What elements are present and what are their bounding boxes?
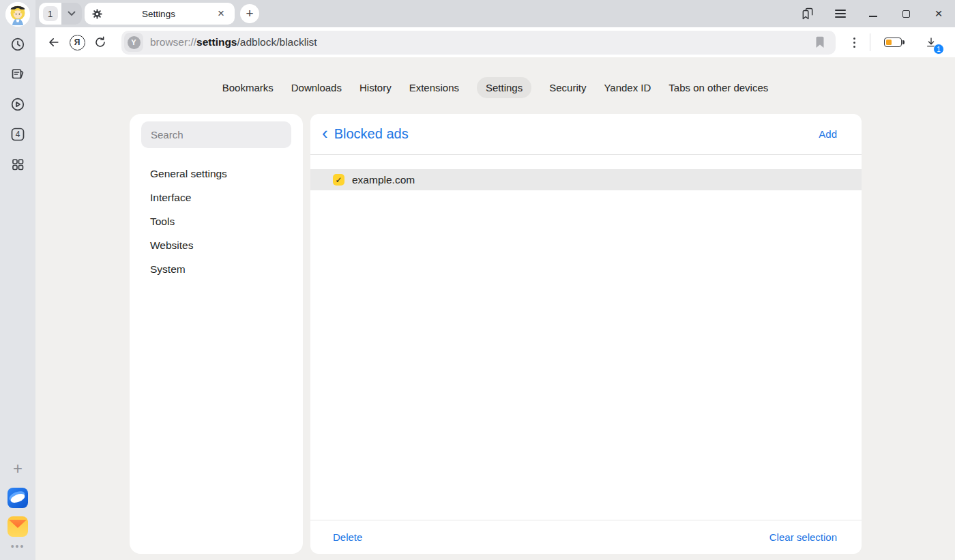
- tab-group-count-badge: 1: [43, 6, 58, 21]
- toolbar-more-icon[interactable]: [842, 31, 866, 54]
- window-controls: ×: [791, 0, 955, 27]
- list-top-gap: [310, 155, 862, 169]
- tab-group-chevron[interactable]: [61, 3, 82, 25]
- sidebar-item-system[interactable]: System: [130, 257, 303, 281]
- sidebar-item-interface[interactable]: Interface: [130, 186, 303, 209]
- back-chevron-icon[interactable]: ‹: [322, 126, 328, 142]
- reload-button[interactable]: [89, 31, 112, 54]
- disk-app-icon[interactable]: [8, 488, 28, 508]
- toolbar-divider: [870, 33, 870, 51]
- settings-nav-tabs: Bookmarks Downloads History Extensions S…: [35, 57, 955, 98]
- url-path: /adblock/blacklist: [237, 36, 317, 48]
- settings-section-list: General settings Interface Tools Website…: [130, 162, 303, 281]
- nav-tab-settings[interactable]: Settings: [477, 77, 531, 98]
- delete-button[interactable]: Delete: [333, 531, 362, 543]
- play-circle-icon[interactable]: [3, 89, 33, 119]
- battery-icon[interactable]: [884, 38, 902, 47]
- browser-side-rail: 4 + •••: [0, 0, 35, 560]
- avatar[interactable]: [5, 2, 30, 27]
- mail-app-icon[interactable]: [8, 516, 28, 537]
- back-button[interactable]: [42, 31, 65, 54]
- browser-toolbar: Я Y browser://settings/adblock/blacklist…: [35, 27, 955, 57]
- reload-icon: [93, 35, 107, 49]
- url-scheme: browser://: [150, 36, 196, 48]
- tab-title: Settings: [103, 9, 214, 19]
- yandex-home-button[interactable]: Я: [65, 31, 89, 54]
- nav-tab-other-devices[interactable]: Tabs on other devices: [668, 82, 768, 93]
- settings-sidebar-card: General settings Interface Tools Website…: [130, 114, 303, 554]
- clear-selection-button[interactable]: Clear selection: [769, 531, 837, 543]
- tab-group-count[interactable]: 1: [39, 3, 61, 25]
- blocked-domain-label: example.com: [352, 174, 415, 186]
- nav-tab-yandex-id[interactable]: Yandex ID: [604, 82, 651, 93]
- nav-tab-security[interactable]: Security: [549, 82, 586, 93]
- apps-grid-icon[interactable]: [3, 149, 33, 179]
- rail-icon-group: 4: [3, 29, 33, 179]
- blocked-ads-panel: ‹ Blocked ads Add ✓ example.com Delete C…: [310, 114, 862, 554]
- feed-icon[interactable]: [3, 59, 33, 89]
- tab-strip: 1 Settings × +: [35, 0, 955, 27]
- page-title: Blocked ads: [334, 126, 409, 142]
- back-arrow-icon: [47, 35, 61, 49]
- side-panel-icon[interactable]: [791, 0, 824, 27]
- nav-tab-downloads[interactable]: Downloads: [291, 82, 342, 93]
- restore-icon[interactable]: [890, 0, 922, 27]
- list-empty-space: [310, 190, 862, 520]
- gear-icon: [91, 8, 103, 20]
- nav-tab-history[interactable]: History: [359, 82, 392, 93]
- add-button[interactable]: Add: [819, 128, 837, 140]
- row-checkbox[interactable]: ✓: [333, 174, 344, 186]
- alice-avatar-icon: [5, 2, 30, 27]
- url-host: settings: [196, 36, 237, 48]
- add-shortcut-icon[interactable]: +: [3, 454, 33, 484]
- history-icon[interactable]: [3, 29, 33, 59]
- chevron-down-icon: [68, 11, 76, 16]
- yandex-logo-icon: Я: [70, 35, 85, 50]
- menu-icon[interactable]: [824, 0, 857, 27]
- tab-close-icon[interactable]: ×: [214, 7, 228, 20]
- settings-search-box[interactable]: [141, 121, 291, 148]
- blocked-site-row[interactable]: ✓ example.com: [310, 169, 862, 190]
- protect-badge-icon[interactable]: Y: [124, 33, 143, 52]
- rail-bottom-group: + •••: [3, 454, 33, 557]
- search-input[interactable]: [141, 129, 291, 141]
- url-text[interactable]: browser://settings/adblock/blacklist: [150, 36, 811, 48]
- downloads-badge: 1: [933, 44, 944, 55]
- sidebar-item-tools[interactable]: Tools: [130, 209, 303, 233]
- more-apps-icon[interactable]: •••: [11, 541, 25, 557]
- close-icon[interactable]: ×: [922, 0, 955, 27]
- bookmark-icon[interactable]: [811, 33, 829, 51]
- downloads-button[interactable]: 1: [920, 31, 943, 54]
- tab-settings[interactable]: Settings ×: [85, 3, 235, 25]
- tab-count-icon[interactable]: 4: [3, 119, 33, 149]
- blocked-ads-header: ‹ Blocked ads Add: [310, 114, 862, 154]
- new-tab-button[interactable]: +: [240, 4, 259, 23]
- tab-count-label: 4: [16, 130, 20, 139]
- nav-tab-extensions[interactable]: Extensions: [409, 82, 459, 93]
- address-bar[interactable]: Y browser://settings/adblock/blacklist: [121, 31, 836, 55]
- protect-letter: Y: [128, 36, 141, 49]
- settings-page: Bookmarks Downloads History Extensions S…: [35, 57, 955, 560]
- bookmark-flag-icon: [814, 36, 825, 48]
- nav-tab-bookmarks[interactable]: Bookmarks: [222, 82, 274, 93]
- sidebar-item-general[interactable]: General settings: [130, 162, 303, 186]
- minimize-icon[interactable]: [857, 0, 890, 27]
- tab-group-control[interactable]: 1: [39, 3, 82, 25]
- sidebar-item-websites[interactable]: Websites: [130, 233, 303, 257]
- selection-actions-bar: Delete Clear selection: [310, 520, 862, 554]
